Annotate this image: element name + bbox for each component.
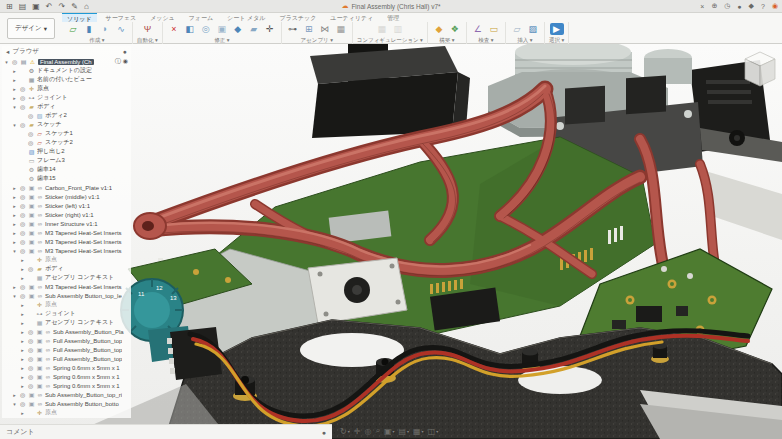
tree-caret-icon[interactable]: ▸ [20,266,25,272]
tree-caret-icon[interactable]: ▸ [12,212,17,218]
file-menu-icon[interactable]: ▤ [19,0,27,13]
browser-tree-item[interactable]: ▾◎▰ボディ [2,102,131,111]
ribbon-group-label[interactable]: 挿入 ▾ [517,37,532,44]
visibility-eye-icon[interactable]: ◎ [19,103,26,110]
browser-tree-item[interactable]: ⚙歯車14 [2,165,131,174]
browser-tree-item[interactable]: ▸◎▣∞M3 Tapered Heat-Set Inserts [2,237,131,246]
measure-icon[interactable]: ∠ [471,23,485,35]
tree-caret-icon[interactable]: ▸ [20,320,25,326]
tree-caret-icon[interactable]: ▾ [12,104,17,110]
browser-tree-item[interactable]: ▸◎▣∞Full Assembly_Button_top [2,354,131,363]
tree-caret-icon[interactable]: ▸ [12,239,17,245]
status-icon[interactable]: ⓘ [115,57,121,66]
offset-face-icon[interactable]: ▰ [247,23,261,35]
visibility-eye-icon[interactable]: ◎ [19,184,26,191]
canvas-insert-icon[interactable]: ▨ [526,23,540,35]
collapse-panel-icon[interactable]: ◂ [6,48,9,56]
user-avatar-icon[interactable]: ◉ [772,2,778,10]
tree-caret-icon[interactable]: ▸ [20,365,25,371]
undo-icon[interactable]: ↶ [46,0,53,13]
ribbon-tab-プラスチック[interactable]: プラスチック [274,13,321,22]
browser-tree-item[interactable]: ▸⊶ジョイント [2,309,131,318]
browser-tree-item[interactable]: ▾◎▤⚠Final Assembly (Chⓘ◉ [2,57,131,66]
tree-caret-icon[interactable]: ▸ [20,338,25,344]
tree-caret-icon[interactable]: ▸ [20,356,25,362]
tree-caret-icon[interactable]: ▸ [12,284,17,290]
browser-tree-item[interactable]: ▸◎▣∞Sub Assembly_Button_top_ri [2,390,131,399]
tree-caret-icon[interactable]: ▸ [12,194,17,200]
pan-icon[interactable]: ✛ [354,427,361,436]
notifications-bell-icon[interactable]: ◆ [749,2,754,10]
browser-tree-item[interactable]: ▸◎▣∞Sticker (right) v1:1 [2,210,131,219]
ribbon-group-label[interactable]: 修正 ▾ [214,37,229,44]
tree-caret-icon[interactable]: ▸ [12,77,17,83]
browser-tree-item[interactable]: ◎▧ボディ2 [2,111,131,120]
visibility-eye-icon[interactable]: ◎ [19,85,26,92]
tree-caret-icon[interactable]: ▸ [12,86,17,92]
tree-caret-icon[interactable]: ▸ [20,311,25,317]
visibility-eye-icon[interactable]: ◎ [19,229,26,236]
visibility-eye-icon[interactable]: ◎ [27,265,34,272]
browser-tree-item[interactable]: ▸◎▣∞Spring 0.6mm x 5mm x 1 [2,363,131,372]
tree-caret-icon[interactable]: ▸ [20,383,25,389]
select-icon[interactable]: ▶ [550,23,564,35]
browser-tree-item[interactable]: ◎▱スケッチ1 [2,129,131,138]
visibility-eye-icon[interactable]: ◎ [11,58,18,65]
browser-tree-item[interactable]: ▸▦名前の付いたビュー [2,75,131,84]
browser-tree-item[interactable]: ▸◎▣∞M3 Tapered Heat-Set Inserts [2,282,131,291]
configuration-table-icon[interactable]: ▦ [375,23,389,35]
construct-axis-icon[interactable]: ❖ [448,23,462,35]
visibility-eye-icon[interactable]: ◎ [27,112,34,119]
browser-tree-item[interactable]: ▾◎▣∞Sub Assembly Button_top_le [2,291,131,300]
joint-icon[interactable]: ⊶ [286,23,300,35]
tree-caret-icon[interactable]: ▸ [20,275,25,281]
ribbon-tab-管理[interactable]: 管理 [382,13,404,22]
visibility-eye-icon[interactable]: ◎ [27,382,34,389]
ribbon-group-label[interactable]: 選択 ▾ [549,37,564,44]
draft-icon[interactable]: ▣ [215,23,229,35]
construct-plane-icon[interactable]: ◆ [432,23,446,35]
grid-settings-icon[interactable]: ▦▾ [413,427,424,436]
browser-tree-item[interactable]: ▸▦アセンブリ コンテキスト [2,318,131,327]
tree-caret-icon[interactable]: ▸ [20,347,25,353]
ribbon-group-label[interactable]: 作成 ▾ [89,37,104,44]
tree-caret-icon[interactable]: ▸ [12,185,17,191]
browser-tree-item[interactable]: ▸◎▣∞Sticker (left) v1:1 [2,201,131,210]
tree-item-status-icons[interactable]: ⓘ◉ [115,57,131,66]
visibility-eye-icon[interactable]: ◎ [27,337,34,344]
browser-tree-item[interactable]: ▸◎▣∞M3 Tapered Heat-Set Inserts [2,228,131,237]
visibility-eye-icon[interactable]: ◎ [27,130,34,137]
browser-tree-item[interactable]: ⚙歯車15 [2,174,131,183]
visibility-eye-icon[interactable]: ◎ [19,391,26,398]
revolve-icon[interactable]: ◗ [98,23,112,35]
ribbon-tab-ソリッド[interactable]: ソリッド [62,13,97,22]
section-analysis-icon[interactable]: ▭ [487,23,501,35]
browser-tree-item[interactable]: ▸✛原点 [2,300,131,309]
visibility-eye-icon[interactable]: ◎ [27,139,34,146]
viewports-icon[interactable]: ◫▾ [428,427,439,436]
tree-caret-icon[interactable]: ▸ [12,230,17,236]
visibility-eye-icon[interactable]: ◎ [27,364,34,371]
browser-tree-item[interactable]: ▾◎▣∞Sub Assembly Button_botto [2,399,131,408]
fillet-icon[interactable]: ◧ [183,23,197,35]
tree-caret-icon[interactable]: ▾ [12,248,17,254]
visibility-eye-icon[interactable]: ◎ [19,211,26,218]
tree-caret-icon[interactable]: ▸ [20,374,25,380]
ribbon-group-label[interactable]: 自動化 ▾ [137,37,158,44]
browser-tree-item[interactable]: ▸◎▣∞Spring 0.6mm x 5mm x 1 [2,372,131,381]
visibility-eye-icon[interactable]: ◎ [19,292,26,299]
configuration-insert-icon[interactable]: ▥ [391,23,405,35]
visibility-eye-icon[interactable]: ◎ [19,202,26,209]
orbit-icon[interactable]: ↻▾ [340,427,350,436]
profile-initial-icon[interactable]: ● [737,3,741,10]
visibility-eye-icon[interactable]: ◎ [19,238,26,245]
browser-tree-item[interactable]: ▸▦アセンブリ コンテキスト [2,273,131,282]
tree-caret-icon[interactable]: ▾ [4,59,9,65]
ribbon-group-label[interactable]: アセンブリ ▾ [301,37,333,44]
browser-tree-item[interactable]: ▸◎▰ボディ [2,264,131,273]
application-menu-icon[interactable]: ⊞ [6,0,13,13]
tree-caret-icon[interactable]: ▸ [12,203,17,209]
ribbon-group-label[interactable]: 構築 ▾ [439,37,454,44]
save-icon[interactable]: ▣ [32,0,40,13]
tree-caret-icon[interactable]: ▸ [12,392,17,398]
